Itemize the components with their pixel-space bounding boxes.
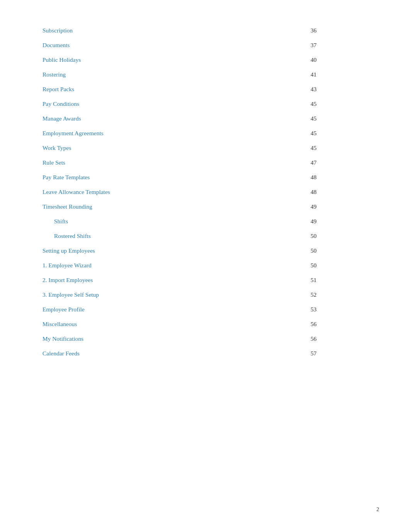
toc-link-rule-sets[interactable]: Rule Sets bbox=[42, 159, 65, 166]
toc-page-leave-allowance-templates: 48 bbox=[309, 189, 317, 195]
toc-entry-shifts: Shifts49 bbox=[42, 214, 317, 229]
toc-entry-employment-agreements: Employment Agreements45 bbox=[42, 126, 317, 141]
toc-link-rostered-shifts[interactable]: Rostered Shifts bbox=[54, 233, 91, 240]
toc-entry-miscellaneous: Miscellaneous56 bbox=[42, 317, 317, 331]
toc-dots-rule-sets bbox=[68, 164, 306, 165]
toc-entry-work-types: Work Types45 bbox=[42, 141, 317, 155]
toc-dots-manage-awards bbox=[84, 120, 306, 121]
toc-link-shifts[interactable]: Shifts bbox=[54, 218, 68, 225]
toc-link-import-employees[interactable]: 2. Import Employees bbox=[42, 277, 93, 284]
toc-dots-leave-allowance-templates bbox=[113, 194, 306, 194]
toc-entry-public-holidays: Public Holidays40 bbox=[42, 53, 317, 67]
toc-page-public-holidays: 40 bbox=[309, 56, 317, 63]
toc-link-rostering[interactable]: Rostering bbox=[42, 71, 66, 78]
toc-link-leave-allowance-templates[interactable]: Leave Allowance Templates bbox=[42, 189, 110, 195]
toc-entry-employee-wizard: 1. Employee Wizard50 bbox=[42, 258, 317, 273]
toc-page-rule-sets: 47 bbox=[309, 159, 317, 166]
toc-dots-work-types bbox=[74, 150, 306, 150]
toc-entry-my-notifications: My Notifications56 bbox=[42, 331, 317, 346]
toc-dots-subscription bbox=[76, 32, 306, 32]
toc-entry-manage-awards: Manage Awards45 bbox=[42, 111, 317, 126]
toc-dots-rostered-shifts bbox=[94, 238, 306, 238]
toc-page-setting-up-employees: 50 bbox=[309, 247, 317, 254]
page-content: Subscription36Documents37Public Holidays… bbox=[0, 0, 347, 392]
toc-entry-subscription: Subscription36 bbox=[42, 23, 317, 38]
toc-dots-employee-wizard bbox=[95, 267, 306, 267]
toc-entry-leave-allowance-templates: Leave Allowance Templates48 bbox=[42, 185, 317, 199]
toc-dots-employee-profile bbox=[88, 311, 306, 311]
toc-dots-pay-conditions bbox=[82, 105, 306, 106]
toc-dots-employment-agreements bbox=[107, 135, 306, 135]
toc-page-employee-profile: 53 bbox=[309, 306, 317, 313]
toc-dots-my-notifications bbox=[86, 340, 306, 341]
toc-dots-employee-self-setup bbox=[102, 296, 306, 297]
toc-page-manage-awards: 45 bbox=[309, 115, 317, 122]
toc-entry-timesheet-rounding: Timesheet Rounding49 bbox=[42, 199, 317, 214]
toc-dots-public-holidays bbox=[84, 61, 306, 62]
toc-link-miscellaneous[interactable]: Miscellaneous bbox=[42, 321, 77, 328]
toc-dots-setting-up-employees bbox=[98, 252, 306, 253]
toc-entry-report-packs: Report Packs43 bbox=[42, 82, 317, 97]
toc-link-manage-awards[interactable]: Manage Awards bbox=[42, 115, 81, 122]
toc-dots-shifts bbox=[71, 223, 306, 223]
toc-entry-employee-profile: Employee Profile53 bbox=[42, 302, 317, 317]
toc-entry-rule-sets: Rule Sets47 bbox=[42, 155, 317, 170]
toc-page-import-employees: 51 bbox=[309, 277, 317, 284]
toc-page-rostered-shifts: 50 bbox=[309, 233, 317, 240]
toc-page-rostering: 41 bbox=[309, 71, 317, 78]
toc-link-employee-wizard[interactable]: 1. Employee Wizard bbox=[42, 262, 91, 269]
toc-link-report-packs[interactable]: Report Packs bbox=[42, 86, 74, 93]
toc-link-subscription[interactable]: Subscription bbox=[42, 27, 73, 34]
page-number: 2 bbox=[376, 507, 379, 513]
toc-page-my-notifications: 56 bbox=[309, 335, 317, 342]
toc-entry-pay-rate-templates: Pay Rate Templates48 bbox=[42, 170, 317, 185]
toc-link-calendar-feeds[interactable]: Calendar Feeds bbox=[42, 350, 80, 357]
toc-entry-rostering: Rostering41 bbox=[42, 67, 317, 82]
toc-dots-documents bbox=[73, 47, 306, 47]
toc-link-documents[interactable]: Documents bbox=[42, 42, 70, 49]
toc-page-pay-rate-templates: 48 bbox=[309, 174, 317, 181]
toc-page-report-packs: 43 bbox=[309, 86, 317, 93]
toc-link-pay-rate-templates[interactable]: Pay Rate Templates bbox=[42, 174, 90, 181]
toc-link-employment-agreements[interactable]: Employment Agreements bbox=[42, 130, 103, 137]
toc-page-employment-agreements: 45 bbox=[309, 130, 317, 137]
toc-link-work-types[interactable]: Work Types bbox=[42, 144, 71, 151]
toc-entry-setting-up-employees: Setting up Employees50 bbox=[42, 243, 317, 258]
toc-entry-documents: Documents37 bbox=[42, 38, 317, 53]
toc-dots-rostering bbox=[69, 76, 306, 76]
toc-page-documents: 37 bbox=[309, 42, 317, 49]
toc-page-miscellaneous: 56 bbox=[309, 321, 317, 328]
toc-link-public-holidays[interactable]: Public Holidays bbox=[42, 56, 81, 63]
toc-link-employee-self-setup[interactable]: 3. Employee Self Setup bbox=[42, 291, 99, 298]
toc-link-my-notifications[interactable]: My Notifications bbox=[42, 335, 83, 342]
toc-page-pay-conditions: 45 bbox=[309, 100, 317, 107]
toc-entry-import-employees: 2. Import Employees51 bbox=[42, 273, 317, 287]
toc-page-calendar-feeds: 57 bbox=[309, 350, 317, 357]
toc-page-subscription: 36 bbox=[309, 27, 317, 34]
toc-dots-miscellaneous bbox=[80, 326, 306, 326]
toc-link-timesheet-rounding[interactable]: Timesheet Rounding bbox=[42, 203, 92, 210]
toc-page-employee-self-setup: 52 bbox=[309, 291, 317, 298]
toc-entry-employee-self-setup: 3. Employee Self Setup52 bbox=[42, 287, 317, 302]
toc-list: Subscription36Documents37Public Holidays… bbox=[42, 23, 317, 361]
toc-link-pay-conditions[interactable]: Pay Conditions bbox=[42, 100, 79, 107]
toc-page-shifts: 49 bbox=[309, 218, 317, 225]
toc-dots-pay-rate-templates bbox=[93, 179, 306, 179]
toc-dots-import-employees bbox=[96, 282, 306, 282]
toc-dots-report-packs bbox=[77, 91, 306, 91]
toc-dots-calendar-feeds bbox=[83, 355, 306, 355]
toc-link-setting-up-employees[interactable]: Setting up Employees bbox=[42, 247, 95, 254]
toc-dots-timesheet-rounding bbox=[95, 208, 306, 209]
toc-page-work-types: 45 bbox=[309, 144, 317, 151]
toc-entry-calendar-feeds: Calendar Feeds57 bbox=[42, 346, 317, 361]
toc-entry-rostered-shifts: Rostered Shifts50 bbox=[42, 229, 317, 243]
toc-page-timesheet-rounding: 49 bbox=[309, 203, 317, 210]
toc-entry-pay-conditions: Pay Conditions45 bbox=[42, 97, 317, 111]
toc-link-employee-profile[interactable]: Employee Profile bbox=[42, 306, 85, 313]
toc-page-employee-wizard: 50 bbox=[309, 262, 317, 269]
